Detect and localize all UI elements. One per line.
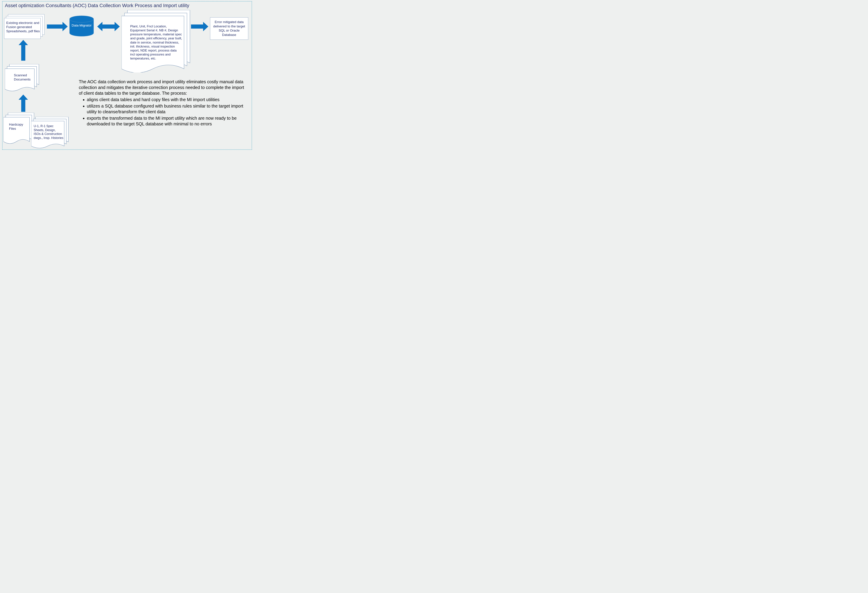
data-migrator-label: Data Migrator [69, 24, 94, 28]
diagram-title: Asset optimization Consultants (AOC) Dat… [5, 3, 189, 8]
description-text: The AOC data collection work process and… [79, 79, 247, 128]
scanned-stack: Scanned Documents [5, 64, 41, 94]
description-intro: The AOC data collection work process and… [79, 79, 247, 96]
output-label: Error mitigated data delivered to the ta… [213, 20, 245, 37]
specs-label: U-1, R-1 Spec Sheets, Design, ISOs & Con… [34, 124, 63, 140]
fields-label: Plant, Unit, Fncl Location, Equipment Se… [130, 24, 182, 60]
arrow-hardcopy-to-scanned [19, 94, 28, 112]
fields-stack: Plant, Unit, Fncl Location, Equipment Se… [121, 10, 191, 72]
arrow-scanned-to-spreadsheets [19, 40, 28, 61]
data-migrator-icon: Data Migrator [69, 16, 94, 37]
arrow-fields-to-output [191, 22, 208, 31]
spreadsheets-stack: Existing electronic and Fusion generated… [4, 14, 46, 40]
hardcopy-label: Hardcopy Files [9, 122, 28, 131]
arrow-spreadsheets-to-db [47, 22, 68, 31]
specs-stack: U-1, R-1 Spec Sheets, Design, ISOs & Con… [31, 117, 71, 152]
description-bullet-1: aligns client data tables and hard copy … [87, 97, 247, 103]
description-bullet-3: exports the transformed data to the MI i… [87, 115, 247, 127]
arrow-db-to-fields [97, 22, 120, 31]
output-box: Error mitigated data delivered to the ta… [210, 17, 248, 40]
description-bullet-2: utilizes a SQL database configured with … [87, 103, 247, 115]
scanned-label: Scanned Documents [14, 73, 37, 81]
spreadsheets-label: Existing electronic and Fusion generated… [6, 21, 40, 33]
